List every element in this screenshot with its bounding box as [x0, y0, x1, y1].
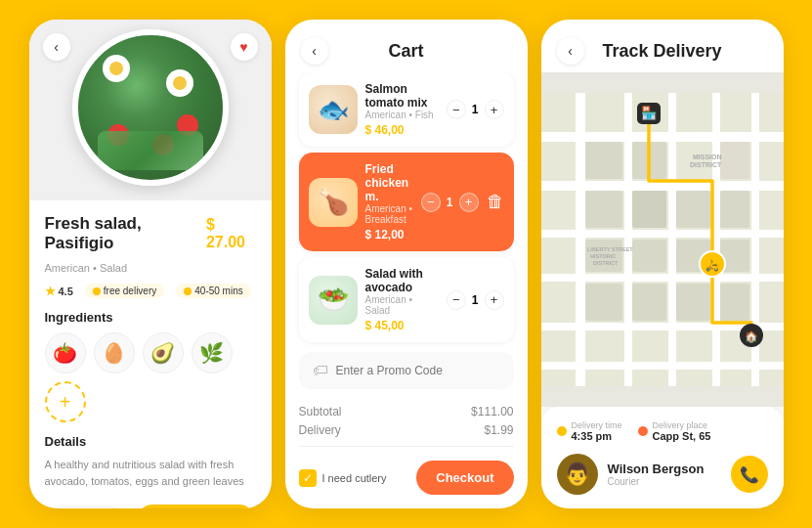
svg-text:HISTORIC: HISTORIC: [590, 253, 616, 259]
ingredient-egg: 🥚: [94, 332, 135, 374]
cutlery-checkbox-row: ✓ I need cutlery: [299, 469, 407, 487]
svg-rect-17: [676, 191, 710, 228]
svg-rect-18: [720, 191, 749, 228]
time-dot-icon: [184, 287, 192, 295]
svg-text:LIBERTY STREET: LIBERTY STREET: [587, 246, 633, 252]
cart-footer: ✓ I need cutlery Checkout: [285, 451, 528, 508]
salad-price: $ 45,00: [365, 319, 439, 332]
subtotal-value: $111.00: [471, 405, 513, 418]
track-header: ‹ Track Delivery: [541, 20, 784, 72]
svg-text:🏠: 🏠: [745, 330, 758, 343]
rating-badge: ★ 4.5: [45, 285, 73, 298]
salad-qty: 1: [472, 293, 479, 307]
chicken-category: American • Breakfast: [365, 203, 413, 225]
promo-icon: 🏷: [313, 362, 328, 379]
svg-rect-23: [585, 284, 622, 321]
delete-item-icon[interactable]: 🗑: [487, 192, 504, 212]
svg-rect-14: [720, 142, 749, 179]
salmon-category: American • Fish: [365, 110, 439, 120]
delivery-time-value: 4:35 pm: [572, 430, 622, 442]
svg-text:MISSION: MISSION: [693, 154, 722, 160]
salmon-info: Salmon tomato mix American • Fish $ 46,0…: [365, 82, 439, 137]
free-delivery-badge: free delivery: [85, 284, 164, 298]
cart-item-chicken: 🍗 Fried chicken m. American • Breakfast …: [299, 153, 514, 251]
salad-increase-button[interactable]: +: [485, 290, 504, 310]
courier-row: 👨 Wilson Bergson Courier 📞: [557, 454, 768, 495]
delivery-row: Delivery $1.99: [299, 423, 514, 437]
salmon-image: 🐟: [309, 85, 358, 134]
subtotal-label: Subtotal: [299, 405, 342, 418]
time-indicator-icon: [557, 426, 567, 436]
track-meta-row: Delivery time 4:35 pm Delivery place Cap…: [557, 420, 768, 442]
totals-divider: [299, 446, 514, 447]
svg-rect-20: [632, 240, 666, 272]
food-image-area: ‹ ♥: [29, 20, 272, 200]
svg-rect-26: [720, 284, 749, 321]
checkout-button[interactable]: Checkout: [416, 461, 513, 495]
food-title: Fresh salad, Pasifigio: [45, 214, 206, 253]
courier-avatar: 👨: [557, 454, 598, 495]
quantity-control: − 1 +: [45, 506, 126, 509]
order-totals: Subtotal $111.00 Delivery $1.99 Total $1…: [299, 399, 514, 451]
delivery-place-label: Delivery place: [653, 420, 711, 430]
salad-plate-image: [72, 29, 229, 186]
cart-item-salad: 🥗 Salad with avocado American • Salad $ …: [299, 257, 514, 342]
cutlery-label: I need cutlery: [322, 472, 387, 484]
chicken-decrease-button[interactable]: −: [421, 193, 441, 212]
food-description: A healthy and nutritious salad with fres…: [45, 457, 256, 489]
promo-input[interactable]: [336, 364, 500, 377]
time-badge: 40-50 mins: [176, 284, 250, 298]
salmon-name: Salmon tomato mix: [365, 82, 439, 110]
chicken-name: Fried chicken m.: [365, 162, 413, 203]
salmon-decrease-button[interactable]: −: [447, 100, 466, 119]
subtotal-row: Subtotal $111.00: [299, 405, 514, 418]
svg-text:🛵: 🛵: [705, 258, 719, 272]
details-label: Details: [45, 434, 256, 449]
salmon-qty-control: − 1 +: [447, 100, 504, 119]
track-title: Track Delivery: [584, 41, 741, 62]
courier-name: Wilson Bergson: [608, 462, 721, 476]
favorite-button[interactable]: ♥: [231, 33, 258, 61]
salad-category: American • Salad: [365, 294, 439, 316]
call-courier-button[interactable]: 📞: [731, 456, 768, 493]
ingredient-tomato: 🍅: [45, 332, 86, 374]
chicken-qty: 1: [447, 196, 453, 209]
svg-text:🏪: 🏪: [641, 105, 658, 121]
chicken-increase-button[interactable]: +: [459, 193, 479, 212]
svg-text:DISTRICT: DISTRICT: [593, 260, 619, 266]
svg-rect-24: [632, 284, 666, 321]
delivery-place-item: Delivery place Capp St, 65: [638, 420, 711, 442]
chicken-info: Fried chicken m. American • Breakfast $ …: [365, 162, 413, 242]
courier-role: Courier: [608, 476, 721, 487]
salad-info: Salad with avocado American • Salad $ 45…: [365, 267, 439, 332]
chicken-qty-control: − 1 +: [421, 193, 479, 212]
food-detail-screen: ‹ ♥ Fresh salad, Pasifigio $: [29, 20, 272, 508]
ingredients-label: Ingredients: [45, 310, 256, 325]
chicken-image: 🍗: [309, 178, 358, 227]
svg-text:DISTRICT: DISTRICT: [690, 161, 722, 168]
delivery-place-value: Capp St, 65: [653, 430, 711, 442]
track-back-button[interactable]: ‹: [557, 37, 584, 65]
svg-rect-9: [668, 93, 676, 386]
cart-title: Cart: [328, 41, 485, 62]
delivery-value: $1.99: [484, 423, 513, 437]
svg-rect-8: [624, 93, 632, 386]
salad-decrease-button[interactable]: −: [447, 290, 466, 310]
salmon-qty: 1: [472, 103, 479, 116]
cart-header: ‹ Cart: [285, 20, 528, 72]
courier-info: Wilson Bergson Courier: [608, 462, 721, 487]
back-button[interactable]: ‹: [43, 33, 70, 61]
cart-item-salmon: 🐟 Salmon tomato mix American • Fish $ 46…: [299, 72, 514, 147]
place-indicator-icon: [638, 426, 648, 436]
add-ingredient-button[interactable]: +: [45, 381, 86, 422]
cutlery-checkbox[interactable]: ✓: [299, 469, 317, 487]
ingredients-list: 🍅 🥚 🥑 🌿 +: [45, 332, 256, 422]
svg-rect-25: [676, 284, 710, 321]
svg-rect-16: [632, 191, 666, 228]
salmon-price: $ 46,00: [365, 123, 439, 137]
add-to-cart-button[interactable]: Add to cart: [136, 505, 256, 508]
cart-back-button[interactable]: ‹: [301, 37, 328, 65]
delivery-time-item: Delivery time 4:35 pm: [557, 420, 622, 442]
promo-code-row: 🏷: [299, 352, 514, 389]
salmon-increase-button[interactable]: +: [485, 100, 504, 119]
